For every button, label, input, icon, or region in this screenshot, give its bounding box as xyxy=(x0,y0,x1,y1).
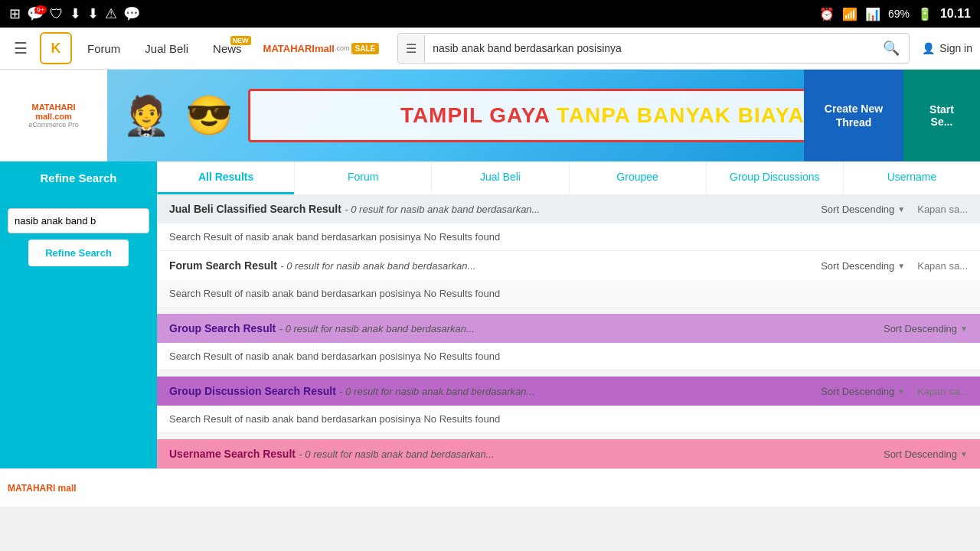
jual-beli-result-body: Search Result of nasib anak band berdasa… xyxy=(157,223,980,251)
tabs: All Results Forum Jual Beli Groupee Grou… xyxy=(157,161,980,194)
sign-in-button[interactable]: 👤 Sign in xyxy=(922,42,972,54)
forum-kapan: Kapan sa... xyxy=(917,260,968,272)
bbm-icon: ⊞ xyxy=(9,5,21,22)
battery-text: 69% xyxy=(888,8,910,20)
forum-sort-label: Sort Descending xyxy=(821,260,894,272)
refine-panel-header: Refine Search xyxy=(0,161,157,194)
forum-link[interactable]: Forum xyxy=(78,42,129,55)
group-sort[interactable]: Sort Descending ▼ xyxy=(884,323,968,334)
group-sort-arrow-icon: ▼ xyxy=(960,324,968,333)
status-left-icons: ⊞ 💬9+ 🛡 ⬇ ⬇ ⚠ 💬 xyxy=(9,5,140,22)
group-disc-result-subtitle: - 0 result for nasib anak band berdasark… xyxy=(339,386,534,397)
username-result-title: Username Search Result xyxy=(169,448,296,460)
news-link[interactable]: News NEW xyxy=(204,42,251,55)
notification-icon: 💬9+ xyxy=(27,5,44,22)
group-result-body: Search Result of nasib anak band berdasa… xyxy=(157,343,980,370)
tab-all-results[interactable]: All Results xyxy=(157,161,294,194)
main-content: Refine Search All Results Forum Jual Bel… xyxy=(0,161,980,468)
tab-username[interactable]: Username xyxy=(843,161,980,194)
tabs-list: All Results Forum Jual Beli Groupee Grou… xyxy=(157,161,980,194)
matahari-mall-logo[interactable]: MATAHARI mall .com SALE xyxy=(263,43,380,54)
tab-groupee[interactable]: Groupee xyxy=(569,161,706,194)
forum-sort-arrow-icon: ▼ xyxy=(897,262,905,270)
jual-beli-sort[interactable]: Sort Descending ▼ xyxy=(821,204,905,215)
forum-sort[interactable]: Sort Descending ▼ xyxy=(821,260,905,272)
tabs-refine-row: Refine Search All Results Forum Jual Bel… xyxy=(0,161,980,194)
forum-result-title-row: Forum Search Result - 0 result for nasib… xyxy=(169,259,475,272)
tab-jual-beli[interactable]: Jual Beli xyxy=(431,161,568,194)
group-result-title-row: Group Search Result - 0 result for nasib… xyxy=(169,321,475,335)
jual-beli-result-section: Jual Beli Classified Search Result - 0 r… xyxy=(157,194,980,251)
forum-query: nasib anak band berdasarkan... xyxy=(336,260,475,272)
status-bar: ⊞ 💬9+ 🛡 ⬇ ⬇ ⚠ 💬 ⏰ 📶 📊 69% 🔋 10.11 xyxy=(0,0,980,28)
battery-icon: 🔋 xyxy=(917,7,933,21)
group-disc-sort-row: Sort Descending ▼ Kapan sa... xyxy=(821,386,968,397)
refine-input[interactable] xyxy=(8,208,149,233)
forum-result-section: Forum Search Result - 0 result for nasib… xyxy=(157,251,980,308)
group-result-subtitle: - 0 result for nasib anak band berdasark… xyxy=(279,323,475,334)
group-sort-label: Sort Descending xyxy=(884,323,957,334)
forum-result-subtitle: - 0 result for nasib anak band berdasark… xyxy=(280,260,475,272)
group-disc-result-header: Group Discussion Search Result - 0 resul… xyxy=(157,377,980,406)
group-disc-result-title-row: Group Discussion Search Result - 0 resul… xyxy=(169,384,534,398)
group-result-section: Group Search Result - 0 result for nasib… xyxy=(157,314,980,370)
download1-icon: ⬇ xyxy=(70,5,81,22)
start-selling-button[interactable]: Start Se... xyxy=(903,70,980,161)
username-result-section: Username Search Result - 0 result for na… xyxy=(157,439,980,468)
sort-arrow-icon: ▼ xyxy=(897,205,905,214)
forum-result-body: Search Result of nasib anak band berdasa… xyxy=(157,280,980,308)
kaskus-logo[interactable]: K xyxy=(40,32,72,64)
message-icon: 💬 xyxy=(123,5,140,22)
create-thread-button[interactable]: Create New Thread xyxy=(804,70,903,161)
tab-group-discussions[interactable]: Group Discussions xyxy=(706,161,843,194)
username-sort[interactable]: Sort Descending ▼ xyxy=(884,448,968,460)
sign-in-label: Sign in xyxy=(939,42,972,54)
shield-icon: 🛡 xyxy=(50,6,64,22)
group-disc-sort[interactable]: Sort Descending ▼ xyxy=(821,386,905,397)
refine-panel-body: Refine Search xyxy=(0,194,157,468)
group-disc-kapan: Kapan sa... xyxy=(917,386,968,397)
wifi-icon: 📶 xyxy=(842,7,858,21)
group-disc-result-section: Group Discussion Search Result - 0 resul… xyxy=(157,377,980,433)
content-row: Refine Search Jual Beli Classified Searc… xyxy=(0,194,980,468)
search-menu-button[interactable]: ☰ xyxy=(398,35,425,62)
sort-label: Sort Descending xyxy=(821,204,894,215)
group-disc-result-title: Group Discussion Search Result xyxy=(169,385,336,397)
jual-beli-sort-row: Sort Descending ▼ Kapan sa... xyxy=(821,204,968,215)
forum-sort-row: Sort Descending ▼ Kapan sa... xyxy=(821,260,968,272)
clock: 10.11 xyxy=(940,7,971,21)
group-disc-sort-arrow-icon: ▼ xyxy=(897,387,905,396)
bottom-logo: MATAHARI mall xyxy=(8,483,77,494)
group-result-title: Group Search Result xyxy=(169,322,276,334)
bottom-bar: MATAHARI mall xyxy=(0,468,980,507)
jual-beli-kapan: Kapan sa... xyxy=(917,204,968,215)
username-result-subtitle: - 0 result for nasib anak band berdasark… xyxy=(299,448,494,460)
username-query: nasib anak band berdasarkan... xyxy=(354,448,494,460)
warning-icon: ⚠ xyxy=(105,5,117,22)
username-sort-arrow-icon: ▼ xyxy=(960,450,968,458)
refine-button[interactable]: Refine Search xyxy=(28,240,129,266)
navbar: ☰ K Forum Jual Beli News NEW MATAHARI ma… xyxy=(0,28,980,70)
jual-beli-result-title: Jual Beli Classified Search Result xyxy=(169,203,341,215)
search-bar: ☰ 🔍 xyxy=(397,33,910,64)
jual-beli-link[interactable]: Jual Beli xyxy=(136,42,198,55)
hamburger-button[interactable]: ☰ xyxy=(8,36,34,60)
username-sort-label: Sort Descending xyxy=(884,448,957,460)
search-button[interactable]: 🔍 xyxy=(874,34,909,63)
username-result-title-row: Username Search Result - 0 result for na… xyxy=(169,447,495,461)
forum-result-header: Forum Search Result - 0 result for nasib… xyxy=(157,251,980,280)
new-badge: NEW xyxy=(230,36,251,45)
sale-badge: SALE xyxy=(351,43,380,54)
jual-beli-result-subtitle: - 0 result for nasib anak band berdasark… xyxy=(345,204,540,215)
group-result-header: Group Search Result - 0 result for nasib… xyxy=(157,314,980,343)
refine-title: Refine Search xyxy=(40,171,116,184)
search-input[interactable] xyxy=(425,36,874,60)
group-disc-query: nasib anak band berdasarkan... xyxy=(395,386,534,397)
jual-beli-result-title-row: Jual Beli Classified Search Result - 0 r… xyxy=(169,202,540,216)
results-content: Jual Beli Classified Search Result - 0 r… xyxy=(157,194,980,468)
banner-actions: Create New Thread Start Se... xyxy=(804,70,980,161)
tab-forum[interactable]: Forum xyxy=(294,161,431,194)
user-icon: 👤 xyxy=(922,42,935,54)
banner: MATAHARI mall.com eCommerce Pro 🤵 😎 TAMP… xyxy=(0,70,980,161)
signal-icon: 📊 xyxy=(865,7,880,21)
